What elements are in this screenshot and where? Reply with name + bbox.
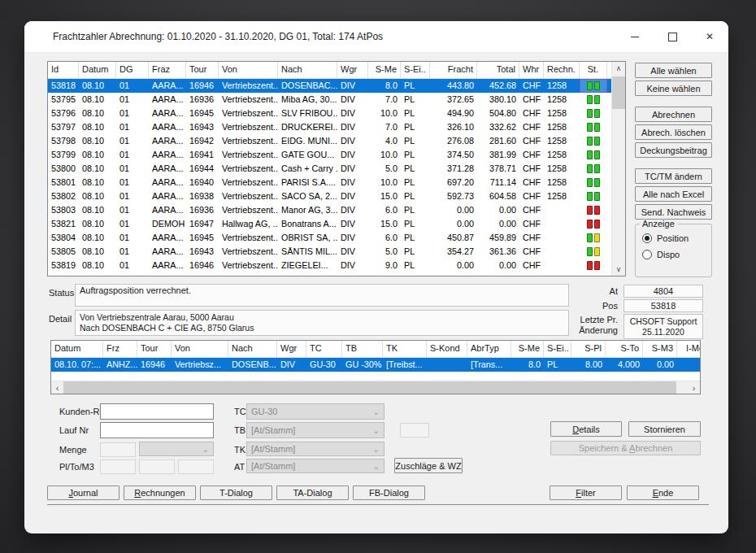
journal-button[interactable]: Journal (47, 486, 119, 500)
column-header-datum[interactable]: Datum (51, 341, 103, 357)
column-header-total[interactable]: Total (477, 62, 519, 78)
t-dialog-button[interactable]: T-Dialog (200, 486, 272, 500)
close-button[interactable]: ✕ (691, 21, 728, 52)
column-header-s-me[interactable]: S-Me (511, 341, 544, 357)
cell-s-ei: PL (401, 120, 430, 134)
table-row[interactable]: 5379908.1001AARA...16941Vertriebszent...… (48, 148, 612, 162)
main-table-vertical-scrollbar[interactable]: ∧ ∨ (611, 62, 625, 276)
column-header-s-ei[interactable]: S-Ei.. (401, 62, 430, 78)
cell-s-ei: PL (401, 259, 430, 272)
column-header-frz[interactable]: Frz (103, 341, 137, 357)
cell-s-kond (427, 358, 467, 372)
column-header-s-me[interactable]: S-Me (368, 62, 401, 78)
speichern-abrechnen-button: Speichern & Abrechnen (550, 441, 701, 455)
column-header-von[interactable]: Von (172, 341, 228, 357)
table-row[interactable]: 5380308.1001AARA...16936Vertriebszent...… (48, 203, 612, 217)
column-header-wgr[interactable]: Wgr (337, 62, 368, 78)
scroll-left-icon[interactable]: ‹ (51, 381, 63, 394)
table-row[interactable]: 5381808.1001AARA...16946Vertriebszent...… (48, 79, 612, 93)
keine-wählen-button[interactable]: Keine wählen (635, 81, 712, 96)
column-header-s-ei[interactable]: S-Ei.. (544, 341, 571, 357)
rechnungen-button[interactable]: Rechnungen (124, 486, 196, 500)
column-header-tc[interactable]: TC (306, 341, 342, 357)
column-header-s-kond[interactable]: S-Kond (427, 341, 467, 357)
radio-option-position[interactable]: Position (642, 230, 711, 246)
cell-fraz: DEMOH (149, 217, 186, 231)
column-header-fraz[interactable]: Fraz (149, 62, 186, 78)
alle-nach-excel-button[interactable]: Alle nach Excel (635, 186, 712, 202)
h-scrollbar-track[interactable] (63, 381, 688, 394)
table-row[interactable]: 08.10. 07:...ANHZ...16946Vertriebsz...DO… (51, 358, 700, 372)
column-header-nach[interactable]: Nach (278, 62, 337, 78)
radio-option-dispo[interactable]: Dispo (642, 246, 711, 263)
cell-id: 53798 (48, 134, 79, 148)
column-header-abrtyp[interactable]: AbrTyp (467, 341, 511, 357)
column-header-i-me[interactable]: I-Me (677, 341, 700, 357)
scroll-up-icon[interactable]: ∧ (612, 62, 625, 75)
cell-rechn: 1258 (544, 134, 580, 148)
detail-field: Von Vertriebszentrale Aarau, 5000 Aarau … (75, 310, 569, 336)
column-header-s-to[interactable]: S-To (606, 341, 643, 357)
column-header-rechn[interactable]: Rechn. (544, 62, 580, 78)
fb-dialog-button[interactable]: FB-Dialog (353, 486, 425, 500)
column-header-nach[interactable]: Nach (228, 341, 277, 357)
details-button[interactable]: Details (550, 421, 622, 437)
status-yellow-icon (594, 233, 600, 242)
column-header-tour[interactable]: Tour (186, 62, 219, 78)
table-row[interactable]: 5380508.1001AARA...16943Vertriebszent...… (48, 245, 612, 259)
column-header-dg[interactable]: DG (116, 62, 149, 78)
filter-button[interactable]: Filter (550, 486, 622, 500)
column-header-st[interactable]: St. (580, 62, 607, 78)
table-row[interactable]: 5379608.1001AARA...16945Vertriebszent...… (48, 107, 612, 120)
cell-fracht: 697.20 (430, 176, 477, 189)
ta-dialog-button[interactable]: TA-Dialog (276, 486, 349, 500)
ende-button[interactable]: Ende (627, 486, 699, 500)
column-header-whr[interactable]: Whr (519, 62, 544, 78)
h-scrollbar-thumb[interactable] (63, 381, 676, 394)
abrechnen-button[interactable]: Abrechnen (635, 107, 712, 122)
scroll-right-icon[interactable]: › (688, 381, 700, 394)
column-header-wgr[interactable]: Wgr (277, 341, 306, 357)
table-row[interactable]: 5380408.1001AARA...16945Vertriebszent...… (48, 231, 612, 245)
tc-tm-ändern-button[interactable]: TC/TM ändern (635, 168, 712, 184)
table-row[interactable]: 5379808.1001AARA...16942Vertriebszent...… (48, 134, 612, 148)
scrollbar-thumb[interactable] (612, 76, 625, 109)
zuschlaege-wz-button[interactable]: Zuschläge & WZ (394, 458, 463, 473)
send-nachweis-button[interactable]: Send. Nachweis (635, 204, 712, 220)
kundenref-input[interactable] (100, 403, 214, 420)
minimize-button[interactable] (616, 21, 654, 52)
scroll-down-icon[interactable]: ∨ (612, 263, 625, 276)
stornieren-button[interactable]: Stornieren (628, 421, 701, 437)
table-row[interactable]: 5380108.1001AARA...16940Vertriebszent...… (48, 176, 612, 189)
table-row[interactable]: 5380008.1001AARA...16944Vertriebszent...… (48, 162, 612, 176)
column-header-tk[interactable]: TK (383, 341, 427, 357)
column-header-tb[interactable]: TB (342, 341, 383, 357)
column-header-id[interactable]: Id (48, 62, 79, 78)
deckungsbeitrag-button[interactable]: Deckungsbeitrag (635, 142, 712, 158)
table-row[interactable]: 5382108.1001DEMOH16947Hallwag AG, ...Bon… (48, 217, 612, 231)
column-header-datum[interactable]: Datum (79, 62, 116, 78)
column-header-s-m3[interactable]: S-M3 (643, 341, 677, 357)
at-value-field: 4804 (623, 285, 703, 298)
maximize-button[interactable] (654, 21, 691, 52)
titlebar: Frachtzahler Abrechnung: 01.10.2020 - 31… (24, 21, 728, 53)
column-header-fracht[interactable]: Fracht (430, 62, 477, 78)
table-row[interactable]: 5379708.1001AARA...16943Vertriebszent...… (48, 120, 612, 134)
column-header-tour[interactable]: Tour (137, 341, 172, 357)
table-row[interactable]: 5379508.1001AARA...16936Vertriebszent...… (48, 93, 612, 107)
status-cell (580, 134, 607, 148)
column-header-s-pl[interactable]: S-Pl (571, 341, 606, 357)
cell-tour: 16943 (186, 245, 219, 259)
laufnr-input[interactable] (100, 422, 214, 438)
status-green-icon (587, 192, 593, 201)
cell-i-me (677, 358, 700, 372)
abrech-löschen-button[interactable]: Abrech. löschen (635, 124, 712, 140)
column-header-von[interactable]: Von (219, 62, 278, 78)
table-row[interactable]: 5381908.1001AARA...16946Vertriebszent...… (48, 259, 612, 272)
alle-wählen-button[interactable]: Alle wählen (635, 63, 712, 78)
scrollbar-track[interactable] (612, 75, 625, 263)
table-row[interactable]: 5380208.1001AARA...16938Vertriebszent...… (48, 189, 612, 203)
status-green-icon (587, 81, 593, 90)
detail-table-horizontal-scrollbar[interactable]: ‹ › (51, 381, 700, 394)
cell-von: Vertriebszent... (219, 176, 278, 189)
